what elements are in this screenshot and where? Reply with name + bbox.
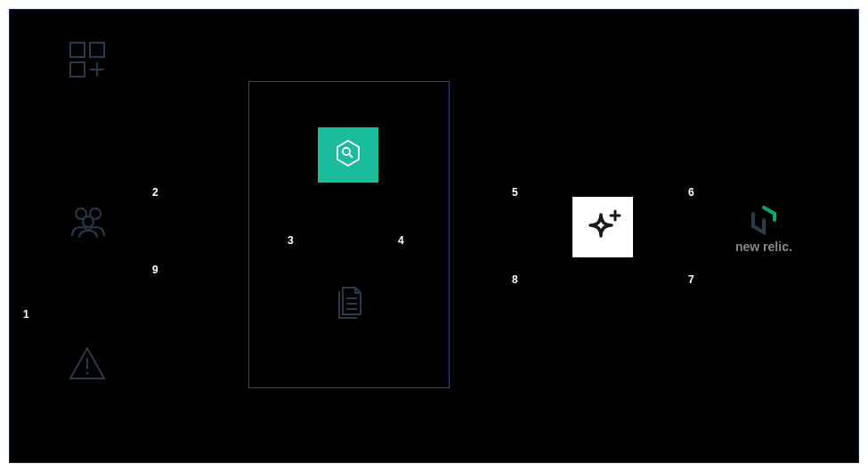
svg-rect-1 (90, 43, 104, 57)
svg-point-10 (343, 148, 350, 155)
documents-icon (334, 282, 366, 323)
sparkle-icon (572, 197, 633, 257)
label-5: 5 (512, 186, 518, 199)
label-6: 6 (688, 186, 694, 199)
svg-rect-2 (70, 62, 85, 77)
newrelic-hexagon-icon (748, 204, 780, 236)
label-8: 8 (512, 273, 518, 286)
label-7: 7 (688, 273, 694, 286)
label-9: 9 (152, 264, 158, 276)
svg-point-9 (86, 372, 89, 375)
users-icon (69, 204, 108, 241)
label-1: 1 (23, 308, 29, 321)
label-2: 2 (152, 186, 158, 199)
label-4: 4 (398, 234, 404, 247)
label-3: 3 (288, 234, 294, 247)
grid-plus-icon (69, 41, 106, 82)
svg-rect-0 (70, 43, 85, 57)
diagram-canvas: new relic. 1 2 3 4 5 6 7 8 9 (9, 9, 859, 463)
newrelic-logo: new relic. (735, 204, 792, 254)
svg-line-11 (349, 154, 353, 158)
svg-point-7 (83, 216, 93, 227)
newrelic-text: new relic. (735, 240, 792, 254)
warning-icon (69, 346, 106, 384)
hexagon-search-icon (318, 127, 378, 183)
